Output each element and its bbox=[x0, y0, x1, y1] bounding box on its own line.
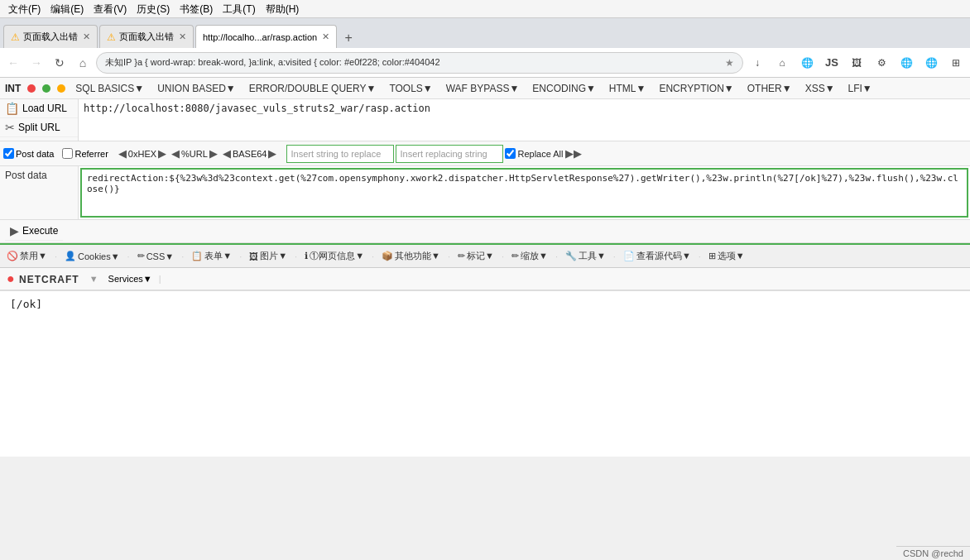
addon-page-info[interactable]: ℹ ①网页信息▼ bbox=[301, 249, 367, 263]
split-url-label: Split URL bbox=[18, 122, 60, 133]
menu-view[interactable]: 查看(V) bbox=[89, 0, 132, 18]
execute-button[interactable]: ▶ Execute bbox=[5, 222, 63, 241]
tab-3-close[interactable]: ✕ bbox=[322, 31, 329, 42]
options-icon: ⊞ bbox=[708, 251, 716, 261]
replace-right-arrow-icon[interactable]: ▶▶ bbox=[565, 147, 582, 160]
forms-label: 表单▼ bbox=[204, 250, 232, 262]
int-bar: INT SQL BASICS▼ UNION BASED▼ ERROR/DOUBL… bbox=[0, 78, 970, 99]
insert-replacing-string-input[interactable] bbox=[396, 145, 503, 163]
netcraft-dot: ● bbox=[7, 271, 16, 285]
referrer-checkbox-wrap[interactable]: Referrer bbox=[62, 148, 108, 159]
images-label: 图片▼ bbox=[260, 250, 287, 262]
nav-xss[interactable]: XSS▼ bbox=[802, 83, 838, 94]
js-button[interactable]: JS bbox=[821, 52, 843, 74]
addon-mark[interactable]: ✏ 标记▼ bbox=[454, 249, 497, 263]
post-data-label: Post data bbox=[16, 149, 54, 159]
tools-icon: 🔧 bbox=[565, 251, 577, 261]
extension-button-4[interactable]: ⊞ bbox=[945, 52, 967, 74]
base64-decode-btn[interactable]: ◀ BASE64 ▶ bbox=[221, 146, 279, 160]
source-icon: 📄 bbox=[623, 251, 635, 261]
hex-label: 0xHEX bbox=[127, 149, 158, 159]
globe-button[interactable]: 🌐 bbox=[796, 52, 818, 74]
tab-3[interactable]: http://localho...ar/rasp.action ✕ bbox=[195, 25, 337, 48]
menu-help[interactable]: 帮助(H) bbox=[261, 0, 305, 18]
addon-options[interactable]: ⊞ 选项▼ bbox=[705, 249, 748, 263]
view-source-label: 查看源代码▼ bbox=[636, 250, 691, 262]
hex-left-arrow-icon: ◀ bbox=[118, 147, 127, 160]
tab-2-warning-icon: ⚠ bbox=[107, 31, 116, 43]
cookies-label: Cookies▼ bbox=[78, 251, 120, 261]
forward-button[interactable]: → bbox=[26, 53, 46, 73]
referrer-checkbox[interactable] bbox=[62, 148, 73, 159]
tab-2-close[interactable]: ✕ bbox=[179, 31, 186, 42]
menu-edit[interactable]: 编辑(E) bbox=[46, 0, 89, 18]
menu-tools[interactable]: 工具(T) bbox=[218, 0, 260, 18]
sep5: · bbox=[295, 251, 297, 261]
nav-union-based[interactable]: UNION BASED▼ bbox=[154, 83, 239, 94]
addon-misc[interactable]: 📦 其他功能▼ bbox=[378, 249, 444, 263]
reload-button[interactable]: ↻ bbox=[50, 53, 70, 73]
tab-1-close[interactable]: ✕ bbox=[83, 31, 90, 42]
bookmark-icon[interactable]: ★ bbox=[725, 57, 734, 69]
post-data-checkbox-wrap[interactable]: Post data bbox=[3, 148, 54, 159]
hex-decode-btn[interactable]: ◀ 0xHEX ▶ bbox=[117, 146, 168, 160]
extension-button-3[interactable]: 🌐 bbox=[920, 52, 942, 74]
disable-icon: 🚫 bbox=[7, 251, 18, 261]
addon-images[interactable]: 🖼 图片▼ bbox=[246, 249, 291, 263]
home-toolbar-button[interactable]: ⌂ bbox=[771, 52, 793, 74]
menu-bookmarks[interactable]: 书签(B) bbox=[175, 0, 218, 18]
post-data-input[interactable]: redirectAction:${%23w%3d%23context.get(%… bbox=[80, 168, 968, 218]
url-decode-btn[interactable]: ◀ %URL ▶ bbox=[170, 146, 219, 160]
css-label: CSS▼ bbox=[146, 251, 175, 261]
split-url-button[interactable]: ✂ Split URL bbox=[0, 118, 78, 137]
nav-other[interactable]: OTHER▼ bbox=[744, 83, 795, 94]
nav-error-double-query[interactable]: ERROR/DOUBLE QUERY▼ bbox=[246, 83, 380, 94]
address-input-wrap[interactable]: 未知IP }a { word-wrap: break-word, }a:link… bbox=[96, 52, 743, 74]
nav-lfi[interactable]: LFI▼ bbox=[845, 83, 876, 94]
sep1: · bbox=[55, 251, 57, 261]
nav-encoding[interactable]: ENCODING▼ bbox=[529, 83, 599, 94]
post-data-checkbox[interactable] bbox=[3, 148, 14, 159]
back-button[interactable]: ← bbox=[3, 53, 23, 73]
tab-bar: ⚠ 页面载入出错 ✕ ⚠ 页面载入出错 ✕ http://localho...a… bbox=[0, 18, 970, 48]
download-button[interactable]: ↓ bbox=[747, 52, 768, 74]
replace-all-wrap[interactable]: Replace All bbox=[505, 148, 563, 159]
nav-sql-basics[interactable]: SQL BASICS▼ bbox=[72, 83, 147, 94]
addon-forms[interactable]: 📋 表单▼ bbox=[188, 249, 235, 263]
extension-button-1[interactable]: ⚙ bbox=[871, 52, 892, 74]
address-text: 未知IP }a { word-wrap: break-word, }a:link… bbox=[105, 56, 722, 69]
page-info-label: ①网页信息▼ bbox=[310, 250, 364, 262]
encoding-bar: Post data Referrer ◀ 0xHEX ▶ ◀ %URL ▶ ◀ … bbox=[0, 141, 970, 166]
extension-button-2[interactable]: 🌐 bbox=[896, 52, 917, 74]
netcraft-services[interactable]: Services▼ bbox=[108, 274, 152, 284]
replace-all-checkbox[interactable] bbox=[505, 148, 516, 159]
menu-bar: 文件(F) 编辑(E) 查看(V) 历史(S) 书签(B) 工具(T) 帮助(H… bbox=[0, 0, 970, 18]
nav-tools[interactable]: TOOLS▼ bbox=[386, 83, 435, 94]
nav-html[interactable]: HTML▼ bbox=[606, 83, 650, 94]
url-area: 📋 Load URL ✂ Split URL http://localhost:… bbox=[0, 99, 970, 141]
addon-disable[interactable]: 🚫 禁用▼ bbox=[3, 249, 50, 263]
menu-file[interactable]: 文件(F) bbox=[3, 0, 46, 18]
split-url-icon: ✂ bbox=[5, 121, 15, 134]
load-url-button[interactable]: 📋 Load URL bbox=[0, 99, 78, 118]
addon-tools[interactable]: 🔧 工具▼ bbox=[562, 249, 609, 263]
addon-cookies[interactable]: 👤 Cookies▼ bbox=[61, 250, 123, 262]
home-button[interactable]: ⌂ bbox=[73, 53, 93, 73]
new-tab-button[interactable]: + bbox=[339, 28, 358, 48]
nav-encryption[interactable]: ENCRYPTION▼ bbox=[655, 83, 737, 94]
url-input[interactable]: http://localhost:8080/javasec_vuls_strut… bbox=[79, 99, 970, 141]
execute-label: Execute bbox=[22, 225, 58, 237]
left-buttons: 📋 Load URL ✂ Split URL bbox=[0, 99, 79, 141]
mark-icon: ✏ bbox=[458, 251, 465, 261]
tab-2[interactable]: ⚠ 页面载入出错 ✕ bbox=[99, 25, 194, 48]
addon-css[interactable]: ✏ CSS▼ bbox=[134, 250, 178, 262]
screenshot-button[interactable]: 🖼 bbox=[846, 52, 867, 74]
replace-all-label: Replace All bbox=[517, 149, 563, 159]
tab-1[interactable]: ⚠ 页面载入出错 ✕ bbox=[3, 25, 98, 48]
addon-view-source[interactable]: 📄 查看源代码▼ bbox=[620, 249, 694, 263]
insert-string-to-replace-input[interactable] bbox=[286, 145, 394, 163]
addon-zoom[interactable]: ✏ 缩放▼ bbox=[508, 249, 551, 263]
base64-left-arrow-icon: ◀ bbox=[223, 147, 231, 160]
nav-waf-bypass[interactable]: WAF BYPASS▼ bbox=[443, 83, 523, 94]
menu-history[interactable]: 历史(S) bbox=[132, 0, 175, 18]
